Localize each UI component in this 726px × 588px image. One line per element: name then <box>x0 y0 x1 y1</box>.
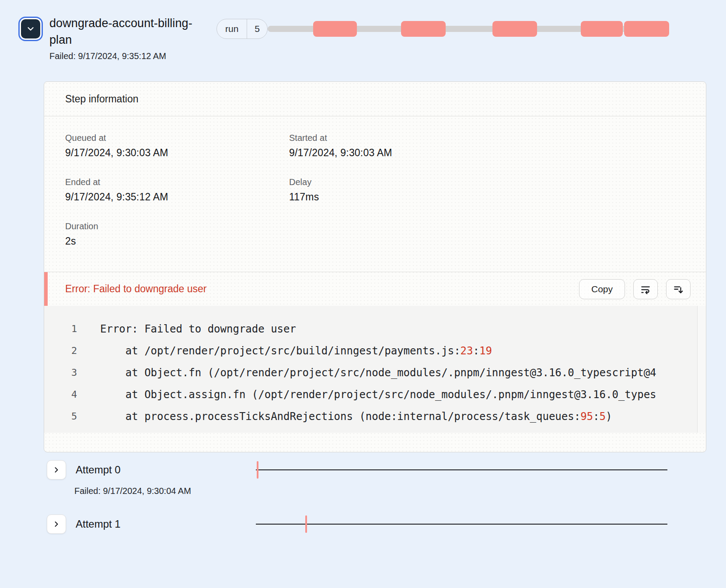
timeline-step-segment[interactable] <box>313 21 357 37</box>
attempts-list: Attempt 0 Failed: 9/17/2024, 9:30:04 AM … <box>47 460 706 534</box>
wrap-text-icon <box>640 284 651 295</box>
info-field-value: 117ms <box>289 191 685 203</box>
stack-trace-line: 5 at process.processTicksAndRejections (… <box>44 406 695 427</box>
attempt-label: Attempt 1 <box>76 518 121 530</box>
attempt-timeline-tick <box>305 515 307 533</box>
info-field-value: 9/17/2024, 9:35:12 AM <box>65 191 289 203</box>
timeline-step-segment[interactable] <box>624 21 669 37</box>
error-banner: Error: Failed to downgrade user Copy <box>44 272 706 306</box>
run-timeline-track <box>268 18 669 39</box>
expand-attempt-button[interactable] <box>47 514 66 534</box>
line-number: 3 <box>44 362 100 384</box>
attempt-timeline <box>256 524 667 525</box>
run-pill-label: run <box>217 19 247 38</box>
stack-trace-text: at /opt/render/project/src/build/inngest… <box>100 340 695 362</box>
code-vertical-scrollbar[interactable] <box>697 306 706 433</box>
card-title: Step information <box>44 82 706 116</box>
attempt-label: Attempt 0 <box>76 464 121 476</box>
run-timeline: run 5 <box>216 18 669 39</box>
collapse-step-button[interactable] <box>21 19 40 38</box>
copy-button[interactable]: Copy <box>579 279 625 299</box>
error-message: Error: Failed to downgrade user <box>65 283 579 295</box>
info-field: Delay 117ms <box>289 177 685 203</box>
step-title-block: downgrade-account-billing-plan Failed: 9… <box>49 15 203 61</box>
attempt-block: Attempt 0 Failed: 9/17/2024, 9:30:04 AM <box>47 460 706 496</box>
stack-trace-code[interactable]: 1 Error: Failed to downgrade user 2 at /… <box>44 306 706 433</box>
line-number: 2 <box>44 340 100 362</box>
attempt-block: Attempt 1 <box>47 514 706 534</box>
step-failed-timestamp: Failed: 9/17/2024, 9:35:12 AM <box>49 51 203 61</box>
attempt-failed-timestamp: Failed: 9/17/2024, 9:30:04 AM <box>74 486 706 496</box>
attempt-timeline <box>256 469 667 470</box>
info-field-value: 2s <box>65 235 289 247</box>
stack-trace-line: 1 Error: Failed to downgrade user <box>44 318 695 340</box>
timeline-step-segment[interactable] <box>492 21 537 37</box>
info-field-label: Duration <box>65 221 289 231</box>
stack-trace-line: 3 at Object.fn (/opt/render/project/src/… <box>44 362 695 384</box>
stack-trace-text: at Object.fn (/opt/render/project/src/no… <box>100 362 695 384</box>
step-info-grid: Queued at 9/17/2024, 9:30:03 AM Started … <box>65 133 685 247</box>
expand-attempt-button[interactable] <box>47 460 66 480</box>
info-field-label: Delay <box>289 177 685 187</box>
timeline-step-segment[interactable] <box>401 21 446 37</box>
run-pill-count: 5 <box>247 19 267 38</box>
info-field-label: Started at <box>289 133 685 143</box>
step-information-card: Step information Queued at 9/17/2024, 9:… <box>44 81 706 452</box>
chevron-right-icon <box>52 520 61 528</box>
card-footer <box>44 433 706 452</box>
error-accent-stripe <box>44 272 48 306</box>
chevron-right-icon <box>52 466 61 474</box>
info-field: Queued at 9/17/2024, 9:30:03 AM <box>65 133 289 159</box>
scroll-to-bottom-button[interactable] <box>666 279 691 299</box>
info-field-label: Ended at <box>65 177 289 187</box>
scroll-to-bottom-icon <box>673 284 684 295</box>
error-actions: Copy <box>579 279 691 299</box>
attempt-row: Attempt 0 <box>47 460 706 480</box>
info-field: Ended at 9/17/2024, 9:35:12 AM <box>65 177 289 203</box>
chevron-down-icon <box>26 24 35 34</box>
line-number: 1 <box>44 318 100 340</box>
info-field-label: Queued at <box>65 133 289 143</box>
info-field-value: 9/17/2024, 9:30:03 AM <box>289 147 685 159</box>
info-field-value: 9/17/2024, 9:30:03 AM <box>65 147 289 159</box>
run-detail-page: downgrade-account-billing-plan Failed: 9… <box>0 0 726 534</box>
step-info-section: Queued at 9/17/2024, 9:30:03 AM Started … <box>44 116 706 272</box>
line-number: 5 <box>44 406 100 427</box>
info-field: Started at 9/17/2024, 9:30:03 AM <box>289 133 685 159</box>
step-header: downgrade-account-billing-plan Failed: 9… <box>17 15 706 61</box>
info-field: Duration 2s <box>65 221 289 247</box>
run-attempts-pill[interactable]: run 5 <box>216 19 268 39</box>
attempt-row: Attempt 1 <box>47 514 706 534</box>
line-number: 4 <box>44 384 100 406</box>
wrap-text-button[interactable] <box>633 279 658 299</box>
attempt-timeline-tick <box>257 461 258 479</box>
stack-trace-text: at process.processTicksAndRejections (no… <box>100 406 695 427</box>
timeline-step-segment[interactable] <box>581 21 622 37</box>
stack-trace-line: 4 at Object.assign.fn (/opt/render/proje… <box>44 384 695 406</box>
stack-trace-text: at Object.assign.fn (/opt/render/project… <box>100 384 695 406</box>
step-name: downgrade-account-billing-plan <box>49 15 203 48</box>
stack-trace-text: Error: Failed to downgrade user <box>100 318 695 340</box>
stack-trace-line: 2 at /opt/render/project/src/build/innge… <box>44 340 695 362</box>
